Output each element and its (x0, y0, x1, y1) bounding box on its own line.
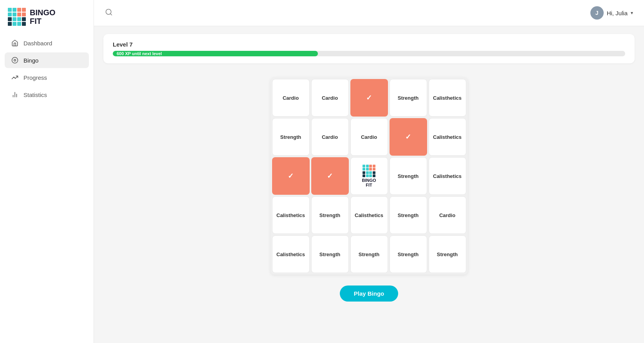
free-space-logo: BINGOFIT (362, 165, 376, 188)
logo-grid-icon (8, 8, 26, 26)
logo-cell (17, 8, 21, 12)
logo-cell (13, 17, 16, 21)
bingo-page: Level 7 600 XP until next level Cardio C… (94, 26, 644, 343)
bingo-cell-1-0[interactable]: Strength (272, 118, 310, 156)
bingo-cell-4-1[interactable]: Strength (311, 235, 349, 273)
xp-bar-text: 600 XP until next level (117, 51, 162, 56)
logo-cell (22, 22, 26, 26)
sidebar-item-progress[interactable]: Progress (5, 70, 89, 85)
free-logo-text: BINGOFIT (362, 178, 376, 187)
sidebar-item-dashboard[interactable]: Dashbaord (5, 35, 89, 51)
xp-progress-bar: 600 XP until next level (113, 51, 625, 56)
check-mark: ✓ (327, 172, 333, 180)
bingo-cell-4-4[interactable]: Strength (429, 235, 466, 273)
sidebar-label-bingo: Bingo (23, 57, 38, 64)
logo-text: BINGO FIT (30, 8, 56, 25)
sidebar-label-progress: Progress (23, 74, 47, 81)
user-greeting: Hi, Julia (607, 10, 628, 16)
home-icon (11, 39, 19, 47)
svg-point-1 (14, 59, 16, 61)
bingo-cell-2-3[interactable]: Strength (390, 157, 427, 195)
sidebar-label-statistics: Statistics (23, 92, 47, 98)
svg-point-0 (12, 57, 18, 63)
logo-cell (22, 8, 26, 12)
logo-cell (17, 22, 21, 26)
search-icon (105, 8, 113, 16)
progress-icon (11, 74, 19, 81)
logo-cell (8, 22, 12, 26)
logo-cell (17, 13, 21, 16)
bingo-cell-3-3[interactable]: Strength (390, 196, 427, 234)
check-mark: ✓ (366, 93, 372, 102)
svg-line-6 (110, 14, 112, 15)
logo: BINGO FIT (0, 0, 94, 35)
bingo-icon (11, 56, 19, 64)
bingo-cell-4-2[interactable]: Strength (350, 235, 388, 273)
sidebar-nav: Dashbaord Bingo Progress (0, 35, 94, 102)
chevron-down-icon: ▾ (631, 10, 633, 16)
bingo-cell-2-4[interactable]: Calisthetics (429, 157, 466, 195)
play-bingo-button[interactable]: Play Bingo (340, 286, 399, 302)
bingo-cell-1-3[interactable]: ✓ (390, 118, 427, 156)
logo-cell (22, 13, 26, 16)
logo-cell (8, 17, 12, 21)
logo-cell (22, 17, 26, 21)
bingo-cell-free-space[interactable]: BINGOFIT (350, 157, 388, 195)
bingo-cell-2-0[interactable]: ✓ (272, 157, 310, 195)
statistics-icon (11, 91, 19, 99)
logo-cell (13, 8, 16, 12)
bingo-cell-3-2[interactable]: Calisthetics (350, 196, 388, 234)
bingo-cell-3-4[interactable]: Cardio (429, 196, 466, 234)
logo-cell (8, 13, 12, 16)
logo-cell (8, 8, 12, 12)
header: J Hi, Julia ▾ (94, 0, 644, 26)
sidebar: BINGO FIT Dashbaord Bingo (0, 0, 94, 343)
xp-bar-fill: 600 XP until next level (113, 51, 318, 56)
bingo-cell-1-2[interactable]: Cardio (350, 118, 388, 156)
bingo-cell-0-2[interactable]: ✓ (350, 79, 388, 117)
sidebar-item-bingo[interactable]: Bingo (5, 52, 89, 68)
level-label: Level 7 (113, 41, 625, 48)
bingo-cell-0-1[interactable]: Cardio (311, 79, 349, 117)
bingo-cell-0-0[interactable]: Cardio (272, 79, 310, 117)
bingo-cell-4-0[interactable]: Calisthetics (272, 235, 310, 273)
bingo-cell-1-1[interactable]: Cardio (311, 118, 349, 156)
logo-cell (13, 13, 16, 16)
bingo-cell-0-4[interactable]: Calisthetics (429, 79, 466, 117)
bingo-cell-3-0[interactable]: Calisthetics (272, 196, 310, 234)
bingo-cell-1-4[interactable]: Calisthetics (429, 118, 466, 156)
bingo-cell-4-3[interactable]: Strength (390, 235, 427, 273)
sidebar-item-statistics[interactable]: Statistics (5, 87, 89, 102)
bingo-container: Cardio Cardio ✓ Strength Calisthetics St… (94, 70, 644, 313)
search-button[interactable] (105, 8, 113, 18)
sidebar-label-dashboard: Dashbaord (23, 40, 52, 47)
avatar: J (590, 6, 604, 20)
main-content: J Hi, Julia ▾ Level 7 600 XP until next … (94, 0, 644, 343)
check-mark: ✓ (288, 172, 294, 180)
bingo-cell-0-3[interactable]: Strength (390, 79, 427, 117)
check-mark: ✓ (405, 133, 411, 141)
user-menu[interactable]: J Hi, Julia ▾ (590, 6, 633, 20)
bingo-cell-2-1[interactable]: ✓ (311, 157, 349, 195)
logo-cell (17, 17, 21, 21)
bingo-cell-3-1[interactable]: Strength (311, 196, 349, 234)
logo-cell (13, 22, 16, 26)
free-logo-grid (363, 165, 375, 178)
level-card: Level 7 600 XP until next level (103, 34, 635, 63)
bingo-grid: Cardio Cardio ✓ Strength Calisthetics St… (271, 77, 468, 275)
